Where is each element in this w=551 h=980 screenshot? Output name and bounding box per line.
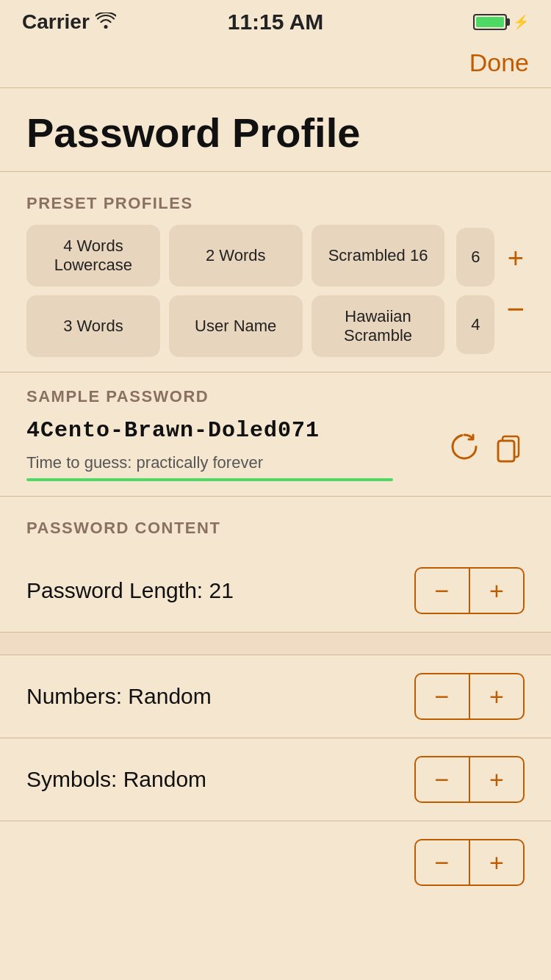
symbols-decrement[interactable]: − <box>416 757 469 801</box>
sample-password-label: SAMPLE PASSWORD <box>26 387 525 418</box>
numbers-increment[interactable]: + <box>470 674 523 718</box>
symbols-label: Symbols: Random <box>26 767 206 792</box>
top-nav: Done <box>0 41 551 87</box>
profile-scrambled-16[interactable]: Scrambled 16 <box>311 225 445 287</box>
bottom-stepper: − + <box>414 839 525 886</box>
password-display: 4Cento-Brawn-Doled071 Time to guess: pra… <box>26 418 525 481</box>
profile-hawaiian-scramble[interactable]: Hawaiian Scramble <box>311 295 445 357</box>
profile-partial-bottom[interactable]: 4 <box>456 295 494 354</box>
battery-area: ⚡ <box>473 14 529 30</box>
page-title: Password Profile <box>0 88 551 171</box>
battery-fill <box>476 17 504 27</box>
symbols-stepper: − + <box>414 756 525 803</box>
sample-password-section: SAMPLE PASSWORD 4Cento-Brawn-Doled071 Ti… <box>0 372 551 496</box>
charging-icon: ⚡ <box>513 14 529 30</box>
password-content-label: PASSWORD CONTENT <box>0 497 551 550</box>
copy-button[interactable] <box>492 430 525 469</box>
profile-3-words[interactable]: 3 Words <box>26 295 160 357</box>
password-content-section: PASSWORD CONTENT Password Length: 21 − +… <box>0 497 551 886</box>
numbers-row: Numbers: Random − + <box>0 655 551 738</box>
preset-profiles-label: PRESET PROFILES <box>0 172 551 225</box>
symbols-increment[interactable]: + <box>470 757 523 801</box>
profile-user-name[interactable]: User Name <box>169 295 303 357</box>
profile-2-words[interactable]: 2 Words <box>169 225 303 287</box>
status-bar: Carrier 11:15 AM ⚡ <box>0 0 551 41</box>
password-length-stepper: − + <box>414 567 525 614</box>
profiles-container: 4 Words Lowercase 2 Words Scrambled 16 3… <box>0 225 551 372</box>
password-length-decrement[interactable]: − <box>416 569 469 613</box>
carrier-info: Carrier <box>22 10 116 34</box>
preset-profiles-section: PRESET PROFILES 4 Words Lowercase 2 Word… <box>0 172 551 372</box>
password-length-row: Password Length: 21 − + <box>0 550 551 633</box>
content-spacer <box>0 633 551 655</box>
password-length-increment[interactable]: + <box>470 569 523 613</box>
done-button[interactable]: Done <box>469 48 529 77</box>
password-value: 4Cento-Brawn-Doled071 <box>26 418 433 443</box>
bottom-partial-row: − + <box>0 821 551 886</box>
password-hint: Time to guess: practically forever <box>26 453 263 472</box>
bottom-decrement[interactable]: − <box>416 840 469 884</box>
symbols-row: Symbols: Random − + <box>0 738 551 821</box>
password-length-label: Password Length: 21 <box>26 578 234 603</box>
regenerate-button[interactable] <box>448 430 480 469</box>
carrier-label: Carrier <box>22 10 90 34</box>
battery-body <box>473 14 507 30</box>
numbers-label: Numbers: Random <box>26 684 212 709</box>
numbers-decrement[interactable]: − <box>416 674 469 718</box>
status-time: 11:15 AM <box>228 10 324 35</box>
wifi-icon <box>96 10 116 34</box>
add-profile-button[interactable]: + <box>506 244 525 272</box>
password-text-area: 4Cento-Brawn-Doled071 Time to guess: pra… <box>26 418 433 481</box>
profile-4-words-lowercase[interactable]: 4 Words Lowercase <box>26 225 160 287</box>
svg-rect-1 <box>498 441 514 461</box>
numbers-stepper: − + <box>414 673 525 720</box>
battery-indicator <box>473 14 507 30</box>
remove-profile-button[interactable]: − <box>506 294 525 329</box>
profile-partial-top[interactable]: 6 <box>456 228 494 287</box>
password-actions <box>448 430 525 469</box>
bottom-increment[interactable]: + <box>470 840 523 884</box>
strength-bar <box>26 478 393 481</box>
